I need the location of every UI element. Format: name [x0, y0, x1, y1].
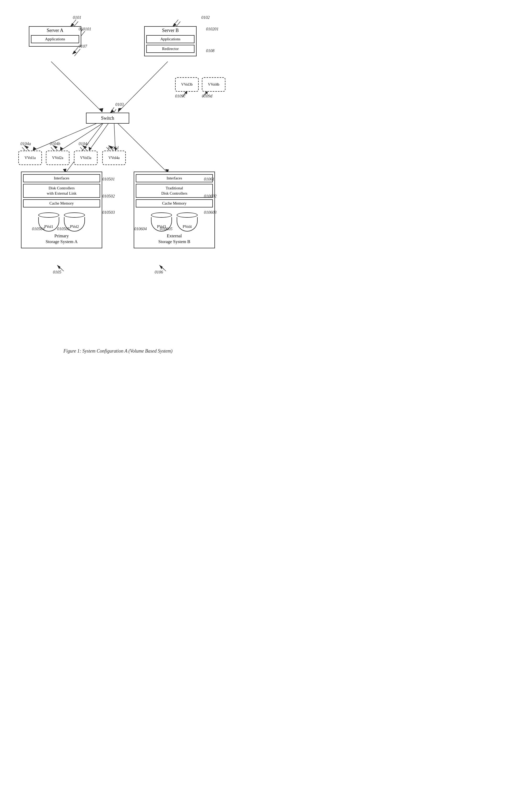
svg-marker-3	[118, 108, 122, 112]
server-b-applications: Applications	[146, 35, 195, 43]
pvol4-label: PVol4	[177, 225, 197, 229]
label-010604: 010604	[134, 226, 147, 231]
pvol4-cylinder: PVol4	[177, 213, 198, 232]
label-010603: 010603	[204, 210, 216, 215]
label-0104b: 0104b	[50, 141, 60, 146]
svg-line-70	[57, 265, 62, 269]
vvol2a: VVol2a	[46, 151, 69, 165]
svg-line-25	[173, 20, 178, 27]
svg-line-0	[51, 62, 102, 112]
pvol4-top	[177, 213, 198, 218]
figure-caption: Figure 1: System Configuration A (Volume…	[5, 349, 231, 354]
svg-line-12	[66, 121, 105, 173]
label-01061: 01061	[204, 177, 214, 182]
switch-title: Switch	[99, 114, 116, 123]
svg-line-34	[110, 107, 114, 113]
storage-b-cache: Cache Memory	[136, 199, 213, 207]
svg-line-49	[82, 146, 87, 151]
svg-marker-89	[159, 265, 163, 269]
svg-marker-5	[33, 147, 37, 151]
label-0106: 0106	[155, 270, 163, 274]
label-0104c: 0104c	[79, 141, 89, 146]
label-0104a: 0104a	[20, 141, 31, 146]
label-0105: 0105	[53, 270, 61, 274]
server-b-title: Server B	[160, 27, 181, 34]
svg-line-16	[70, 20, 76, 27]
label-0107: 0107	[79, 44, 87, 49]
label-010505: 010505	[57, 226, 70, 231]
svg-marker-23	[72, 51, 77, 54]
label-010605: 010605	[160, 226, 173, 231]
storage-a-disk-controllers: Disk Controllers with External Link	[23, 184, 100, 198]
storage-a-system-label: Primary Storage System A	[46, 232, 78, 246]
svg-marker-7	[60, 147, 63, 151]
label-010501: 010501	[102, 177, 115, 182]
storage-b-system-label: External Storage System B	[158, 232, 190, 246]
label-010602: 010602	[204, 194, 216, 199]
svg-line-4	[33, 121, 102, 151]
svg-line-43	[24, 146, 29, 151]
label-0101: 0101	[73, 15, 81, 20]
label-010504: 010504	[32, 226, 45, 231]
pvol4-body: PVol4	[177, 217, 198, 232]
pvol2-top	[64, 213, 85, 218]
svg-line-46	[53, 146, 58, 151]
diagram: Server A Applications 0101 010101 0107 S…	[5, 5, 231, 340]
label-0109d: 0109d	[202, 94, 212, 99]
server-a-title: Server A	[45, 27, 65, 34]
label-010201: 010201	[206, 27, 219, 31]
svg-line-8	[89, 121, 110, 151]
server-a-applications: Applications	[31, 35, 79, 43]
server-b-box: Server B Applications Redirector	[144, 26, 197, 56]
svg-marker-71	[57, 265, 60, 269]
svg-line-2	[118, 62, 168, 112]
switch-box: Switch	[86, 113, 129, 124]
label-010101: 010101	[79, 27, 91, 31]
server-a-box: Server A Applications	[29, 26, 81, 47]
label-0108: 0108	[206, 49, 214, 53]
svg-line-14	[115, 121, 168, 173]
vvol4a: VVol4a	[102, 151, 126, 165]
storage-a-cache: Cache Memory	[23, 199, 100, 207]
storage-a-box: Interfaces Disk Controllers with Externa…	[21, 172, 102, 248]
label-0109c: 0109c	[175, 94, 185, 99]
svg-line-22	[72, 47, 78, 54]
storage-b-disk-controllers: Traditional Disk Controllers	[136, 184, 213, 198]
vvol4b: VVol4b	[202, 77, 226, 92]
pvol3-top	[151, 213, 172, 218]
vvol1a: VVol1a	[18, 151, 42, 165]
svg-line-6	[60, 121, 106, 151]
vvol3a: VVol3a	[74, 151, 98, 165]
label-010503: 010503	[102, 210, 115, 215]
storage-b-box: Interfaces Traditional Disk Controllers …	[134, 172, 215, 248]
storage-b-interfaces: Interfaces	[136, 174, 213, 182]
server-b-redirector: Redirector	[146, 45, 195, 53]
storage-a-interfaces: Interfaces	[23, 174, 100, 182]
svg-line-24	[75, 49, 80, 56]
svg-marker-1	[99, 108, 103, 112]
label-0103: 0103	[115, 102, 124, 107]
pvol1-top	[38, 213, 59, 218]
label-010502: 010502	[102, 194, 115, 199]
vvol3b: VVol3b	[175, 77, 199, 92]
svg-line-88	[159, 265, 164, 269]
label-0104d: 0104d	[108, 146, 118, 150]
label-0102: 0102	[201, 15, 210, 20]
svg-marker-9	[88, 147, 92, 151]
